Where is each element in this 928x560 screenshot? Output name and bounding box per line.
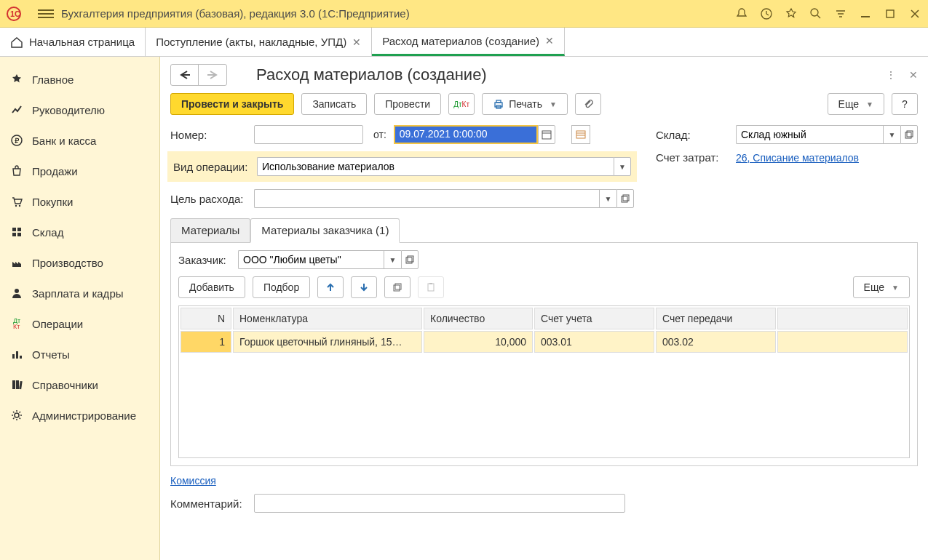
menu-icon[interactable]: [38, 6, 54, 22]
bag-icon: [10, 164, 23, 177]
svg-rect-29: [905, 132, 911, 138]
chart-icon: [10, 103, 23, 116]
col-n[interactable]: N: [181, 308, 231, 329]
operation-input[interactable]: [257, 157, 614, 176]
arrow-up-icon: [325, 282, 336, 292]
number-input[interactable]: [254, 125, 363, 144]
sidebar-item-8[interactable]: ДтКтОперации: [0, 308, 159, 339]
tabs-bar: Начальная страница Поступление (акты, на…: [0, 28, 928, 57]
attach-button[interactable]: [575, 93, 601, 115]
nav-arrows: [170, 64, 227, 86]
sidebar-item-9[interactable]: Отчеты: [0, 339, 159, 369]
print-button[interactable]: Печать▼: [482, 93, 568, 115]
bell-icon[interactable]: [734, 7, 749, 21]
search-icon[interactable]: [809, 7, 823, 21]
dropdown-button[interactable]: ▼: [883, 125, 900, 144]
nav-forward[interactable]: [199, 65, 226, 85]
cell-transfer-account[interactable]: 003.02: [656, 331, 776, 353]
sidebar-item-7[interactable]: Зарплата и кадры: [0, 278, 159, 308]
close-page-icon[interactable]: ✕: [909, 69, 918, 81]
table-row[interactable]: 1 Горшок цветочный глиняный, 15… 10,000 …: [181, 331, 908, 353]
purpose-input[interactable]: [254, 189, 599, 208]
tab-home[interactable]: Начальная страница: [0, 28, 146, 56]
move-down-button[interactable]: [351, 276, 377, 298]
paste-button[interactable]: [418, 276, 444, 298]
sidebar-item-3[interactable]: Продажи: [0, 156, 159, 186]
sidebar-item-11[interactable]: Администрирование: [0, 400, 159, 431]
dropdown-button[interactable]: ▼: [384, 250, 401, 269]
sidebar-item-label: Отчеты: [32, 348, 70, 361]
cell-nomenclature[interactable]: Горшок цветочный глиняный, 15…: [233, 331, 422, 353]
open-button[interactable]: [401, 250, 419, 269]
tab-customer-materials[interactable]: Материалы заказчика (1): [250, 218, 400, 243]
comment-input[interactable]: [254, 494, 625, 513]
commission-link[interactable]: Комиссия: [170, 475, 216, 487]
sidebar-item-6[interactable]: Производство: [0, 247, 159, 278]
table-more-button[interactable]: Еще▼: [853, 276, 910, 298]
from-label: от:: [373, 129, 386, 140]
materials-table[interactable]: N Номенклатура Количество Счет учета Сче…: [178, 305, 910, 458]
filter-icon[interactable]: [833, 7, 848, 21]
maximize-icon[interactable]: [883, 7, 897, 21]
cell-qty[interactable]: 10,000: [424, 331, 533, 353]
chevron-down-icon: ▼: [550, 100, 557, 108]
open-icon: [405, 255, 414, 264]
more-button[interactable]: Еще▼: [828, 93, 884, 115]
tab-materials[interactable]: Материалы: [170, 218, 250, 242]
help-button[interactable]: ?: [892, 93, 918, 115]
close-icon[interactable]: [908, 7, 922, 21]
sidebar-item-1[interactable]: Руководителю: [0, 95, 159, 125]
sidebar-item-label: Покупки: [32, 196, 73, 208]
tab-expense[interactable]: Расход материалов (создание) ✕: [372, 28, 565, 56]
pick-button[interactable]: Подбор: [253, 276, 310, 298]
close-icon[interactable]: ✕: [352, 36, 361, 48]
svg-point-9: [19, 205, 20, 207]
dropdown-button[interactable]: ▼: [599, 189, 616, 208]
form-view-button[interactable]: [571, 125, 590, 144]
nav-back[interactable]: [171, 65, 199, 85]
dropdown-button[interactable]: ▼: [614, 157, 631, 176]
calendar-button[interactable]: [538, 125, 555, 144]
open-button[interactable]: [616, 189, 634, 208]
copy-button[interactable]: [384, 276, 411, 298]
kebab-icon[interactable]: ⋮: [886, 69, 896, 81]
date-input[interactable]: 09.07.2021 0:00:00: [394, 125, 538, 144]
sidebar-item-10[interactable]: Справочники: [0, 369, 159, 400]
main-content: Расход материалов (создание) ⋮ ✕ Провест…: [160, 57, 928, 560]
star-icon[interactable]: [784, 7, 798, 21]
sidebar-item-4[interactable]: Покупки: [0, 186, 159, 217]
dtkt-icon: ДтКт: [10, 317, 23, 330]
customer-input[interactable]: [238, 250, 384, 269]
sidebar-item-0[interactable]: Главное: [0, 64, 159, 95]
close-icon[interactable]: ✕: [545, 35, 554, 47]
add-button[interactable]: Добавить: [178, 276, 245, 298]
post-and-close-button[interactable]: Провести и закрыть: [170, 93, 294, 115]
col-qty[interactable]: Количество: [424, 308, 533, 329]
open-button[interactable]: [900, 125, 918, 144]
svg-rect-20: [19, 381, 23, 389]
sidebar-item-2[interactable]: ₽Банк и касса: [0, 125, 159, 156]
post-button[interactable]: Провести: [374, 93, 441, 115]
svg-rect-33: [394, 285, 400, 291]
dtkt-button[interactable]: ДтКт: [448, 93, 475, 115]
save-button[interactable]: Записать: [301, 93, 367, 115]
history-icon[interactable]: [759, 7, 774, 21]
move-up-button[interactable]: [317, 276, 344, 298]
factory-icon: [10, 256, 23, 269]
cell-account[interactable]: 003.01: [534, 331, 654, 353]
sidebar-item-label: Продажи: [32, 165, 78, 177]
sidebar-item-label: Главное: [32, 73, 74, 86]
cart-icon: [10, 195, 23, 208]
col-nomenclature[interactable]: Номенклатура: [233, 308, 422, 329]
cost-account-link[interactable]: 26, Списание материалов: [736, 152, 859, 164]
chevron-down-icon: ▼: [619, 163, 626, 171]
svg-rect-12: [12, 233, 16, 236]
cell-n[interactable]: 1: [181, 331, 231, 353]
col-transfer-account[interactable]: Счет передачи: [656, 308, 776, 329]
col-account[interactable]: Счет учета: [534, 308, 654, 329]
warehouse-input[interactable]: [736, 125, 883, 144]
tab-incoming[interactable]: Поступление (акты, накладные, УПД) ✕: [146, 28, 372, 56]
sidebar-item-5[interactable]: Склад: [0, 217, 159, 247]
sidebar-item-label: Зарплата и кадры: [32, 287, 124, 300]
minimize-icon[interactable]: [858, 7, 873, 21]
